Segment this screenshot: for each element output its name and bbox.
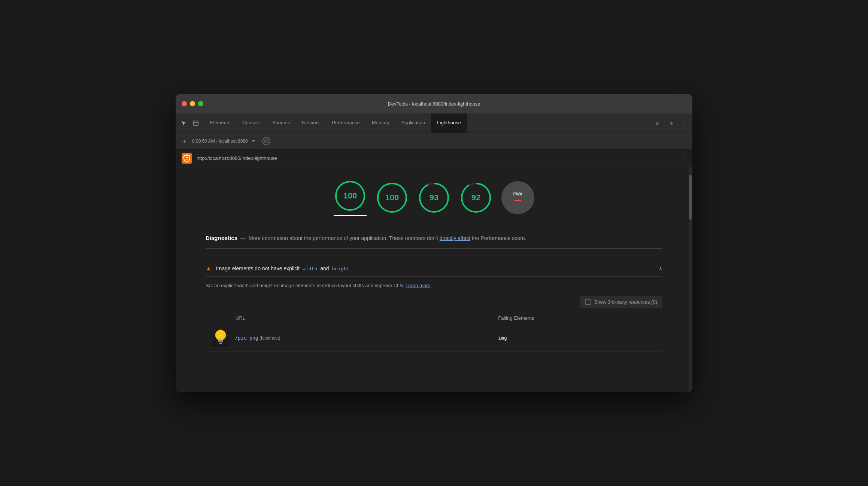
warning-header[interactable]: ▲ Image elements do not have explicit wi… [206, 261, 662, 276]
main-content: 100 100 [176, 167, 692, 392]
url-info: /pic.png (localhost) [235, 335, 280, 341]
lighthouse-url: http://localhost:8080/index-lighthouse [197, 155, 680, 161]
resource-thumbnail [212, 329, 230, 347]
scrollbar[interactable] [689, 167, 692, 392]
col-url: URL [206, 312, 492, 324]
score-best-practices: 93 [418, 181, 450, 214]
svg-line-16 [214, 331, 215, 331]
table-row: /pic.png (localhost) img [206, 324, 662, 352]
warning-title: Image elements do not have explicit widt… [216, 265, 659, 271]
tabs-container: Elements Console Sources Network Perform… [204, 113, 652, 133]
resource-url-link[interactable]: /pic.png [235, 335, 258, 341]
height-code: height [332, 266, 349, 271]
warning-triangle-icon: ▲ [206, 265, 212, 272]
more-tabs-button[interactable]: » [652, 118, 662, 128]
tab-lighthouse[interactable]: Lighthouse [431, 113, 467, 133]
show-3rd-party-row: Show 3rd-party resources (0) [206, 296, 662, 308]
lightbulb-icon [213, 329, 228, 346]
directly-affect-link[interactable]: directly affect [440, 235, 470, 241]
score-value-accessibility: 100 [385, 193, 399, 203]
svg-point-14 [215, 330, 226, 340]
score-value-seo: 92 [471, 193, 480, 203]
more-options-button[interactable]: ⋮ [679, 118, 689, 128]
lighthouse-header-bar: http://localhost:8080/index-lighthouse ⋮ [176, 149, 692, 167]
svg-rect-0 [194, 121, 198, 125]
window-title: DevTools - localhost:8080/index-lighthou… [388, 101, 480, 107]
traffic-lights [182, 101, 203, 106]
show-3rd-party-label: Show 3rd-party resources (0) [594, 299, 657, 305]
address-bar: + 8:00:50 AM - localhost:8080 [176, 133, 692, 149]
address-time: 8:00:50 AM - localhost:8080 [192, 139, 248, 144]
pwa-value: — [515, 196, 521, 204]
svg-rect-20 [218, 340, 223, 341]
score-circle-accessibility: 100 [376, 181, 409, 214]
score-value-best-practices: 93 [430, 193, 438, 203]
diagnostics-dash: — [240, 235, 246, 241]
dock-icon[interactable] [191, 118, 201, 128]
diagnostics-title-row: Diagnostics — More information about the… [206, 234, 662, 242]
svg-rect-4 [186, 157, 188, 158]
warning-body-text: Set an explicit width and height on imag… [206, 283, 662, 288]
lighthouse-logo-icon [182, 153, 192, 164]
tab-performance[interactable]: Performance [326, 113, 365, 133]
score-circle-seo: 92 [459, 181, 492, 214]
tab-memory[interactable]: Memory [366, 113, 395, 133]
tab-sources[interactable]: Sources [266, 113, 296, 133]
cursor-icon[interactable] [179, 118, 189, 128]
new-tab-button[interactable]: + [180, 137, 189, 146]
devtools-window: DevTools - localhost:8080/index-lighthou… [176, 94, 692, 392]
maximize-button[interactable] [198, 101, 203, 106]
tab-console[interactable]: Console [236, 113, 266, 133]
lighthouse-figure-icon [183, 154, 190, 162]
diagnostics-description: More information about the performance o… [249, 234, 526, 242]
resource-url-origin: (localhost) [260, 335, 280, 341]
score-accessibility: 100 [376, 181, 409, 214]
collapse-icon[interactable]: ∧ [659, 265, 662, 271]
tab-application[interactable]: Application [395, 113, 431, 133]
pwa-label: PWA [513, 192, 522, 196]
resource-table: URL Failing Elements [206, 312, 662, 352]
tab-bar: Elements Console Sources Network Perform… [176, 113, 692, 133]
tab-bar-right-controls: » ⋮ [652, 118, 689, 128]
score-value-performance: 100 [343, 191, 357, 201]
dropdown-arrow-icon [251, 139, 256, 144]
minimize-button[interactable] [190, 101, 195, 106]
score-performance: 100 [334, 179, 367, 216]
svg-rect-5 [186, 159, 188, 160]
settings-button[interactable] [665, 118, 676, 128]
close-button[interactable] [182, 101, 187, 106]
svg-rect-22 [219, 343, 222, 344]
tab-elements[interactable]: Elements [204, 113, 236, 133]
score-seo: 92 [459, 181, 492, 214]
failing-cell: img [492, 324, 662, 352]
warning-body: Set an explicit width and height on imag… [176, 277, 692, 359]
svg-line-17 [226, 331, 227, 331]
tab-bar-left-controls [179, 118, 201, 128]
score-area: 100 100 [176, 167, 692, 225]
show-3rd-party-checkbox[interactable] [585, 299, 591, 305]
score-circle-pwa: PWA — [501, 181, 534, 214]
score-circle-performance: 100 [334, 179, 367, 212]
col-failing: Failing Elements [492, 312, 662, 324]
blocked-icon [264, 139, 268, 143]
warning-section: ▲ Image elements do not have explicit wi… [176, 261, 692, 276]
scrollbar-thumb[interactable] [689, 175, 692, 220]
failing-element: img [498, 335, 507, 341]
score-circle-best-practices: 93 [418, 181, 450, 214]
diagnostics-section: Diagnostics — More information about the… [176, 225, 692, 261]
score-underline-performance [334, 215, 367, 216]
learn-more-link[interactable]: Learn more [406, 283, 430, 288]
tab-network[interactable]: Network [296, 113, 326, 133]
no-entry-icon [262, 137, 270, 145]
diagnostics-title: Diagnostics [206, 235, 237, 241]
score-pwa: PWA — [501, 181, 534, 214]
lighthouse-more-button[interactable]: ⋮ [680, 154, 686, 162]
url-cell: /pic.png (localhost) [206, 324, 492, 352]
diagnostics-divider [206, 248, 662, 249]
svg-rect-21 [218, 341, 223, 342]
title-bar: DevTools - localhost:8080/index-lighthou… [176, 94, 692, 113]
show-3rd-party-checkbox-container: Show 3rd-party resources (0) [580, 296, 662, 308]
width-code: width [303, 266, 317, 271]
